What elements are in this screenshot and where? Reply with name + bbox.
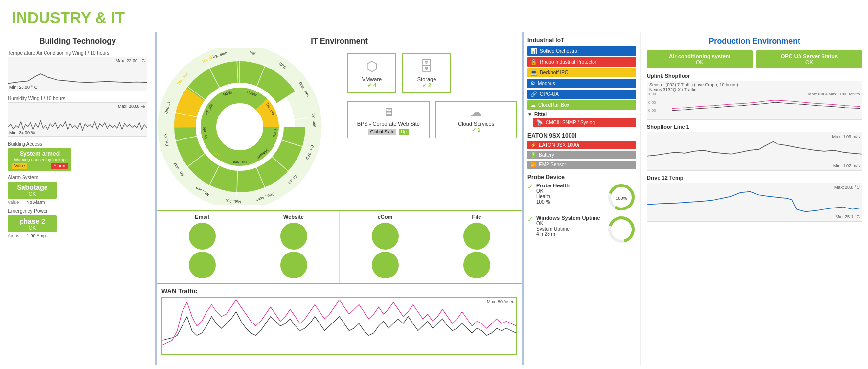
page-title: INDUSTRY & IT (0, 0, 868, 32)
wan-section: WAN Traffic Max: 80 /nsec (157, 284, 522, 358)
prod-air-cond-label: Air conditioning system (653, 53, 747, 59)
iot-item-label-soffico: Soffico Orchestra (540, 48, 577, 54)
eaton-battery-icon: 🔋 (530, 152, 536, 158)
iot-item-cmciii: 📡 CMCIII SNMP / Syslog (533, 118, 636, 127)
emergency-amps-label: Amps (8, 233, 19, 238)
alarm-value-label: Value (8, 200, 19, 205)
service-email: Email (157, 211, 248, 283)
iot-item-cloudrail: ☁ CloudRail.Box (527, 100, 636, 110)
bps-label: BPS - Corporate Web Site (353, 121, 424, 127)
building-access-alarm-label: Alarm (51, 163, 68, 169)
bps-card: 🖥 BPS - Corporate Web Site Global State … (347, 101, 430, 138)
left-panel: Building Technology Temperature Air Cond… (0, 32, 157, 365)
vmware-card: ⬡ VMware ✓ 4 (347, 53, 396, 93)
humidity-chart-box: Max: 38.00 % Min: 34.00 % (8, 102, 147, 137)
service-ecom-circle2 (372, 252, 399, 278)
drive12-chart: Max: 28.8 °C Min: 25.1 °C (647, 183, 862, 222)
vmware-count: ✓ 4 (354, 82, 389, 89)
shopfloor1-title: Shopfloor Line 1 (647, 124, 862, 130)
shopfloor1-min-label: Min: 1.02 m/s (833, 163, 860, 168)
service-website-circle (280, 223, 307, 250)
eaton-emp-icon: 📶 (530, 162, 536, 167)
emergency-status: phase 2 (12, 217, 53, 225)
drive12-section: Drive 12 Temp Max: 28.8 °C Min: 25.1 °C (647, 175, 862, 222)
humidity-chart-section: Humidity Wing I / 10 hours Max: 38.00 % … (8, 96, 147, 137)
uplink-y3: 0.00 (648, 108, 656, 113)
alarm-status-card: Sabotage OK (8, 182, 57, 199)
windows-uptime-sub: System Uptime (536, 226, 600, 231)
humidity-max-label: Max: 38.00 % (118, 104, 145, 109)
windows-uptime-label: Windows System Uptime (536, 215, 600, 221)
iot-panel: Industrial IoT 📊 Soffico Orchestra 🔒 Rhe… (524, 32, 641, 365)
building-access-status: System armed (12, 150, 68, 157)
probe-health-ok: OK (536, 188, 570, 194)
eaton-section: EATON 9SX 1000i ⚡ EATON 9SX 1000i 🔋 Batt… (527, 132, 636, 169)
drive12-title: Drive 12 Temp (647, 175, 862, 181)
service-website-circle2 (280, 252, 307, 278)
cloud-icon: ☁ (441, 105, 512, 119)
svg-text:Bu...stor: Bu...stor (233, 160, 247, 164)
prod-opcua-ok: OK (762, 59, 856, 65)
uplink-y2: 0.50 (648, 100, 656, 105)
probe-health-info: Probe Health OK Health 100 % (536, 183, 570, 205)
probe-section: Probe Device ✓ Probe Health OK Health 10… (527, 174, 636, 244)
storage-icon: 🗄 (409, 58, 444, 74)
service-website: Website (248, 211, 340, 283)
right-panel: Industrial IoT 📊 Soffico Orchestra 🔒 Rhe… (524, 32, 868, 365)
prod-opcua-label: OPC UA Server Status (762, 53, 856, 59)
bps-status-row: Global State Up (353, 128, 424, 135)
drive12-max-label: Max: 28.8 °C (834, 185, 860, 190)
service-email-label: Email (195, 214, 209, 220)
iot-rittal-label: Rittal (534, 112, 547, 117)
windows-uptime-info: Windows System Uptime OK System Uptime 4… (536, 215, 600, 237)
emergency-power-section: Emergency Power phase 2 OK Amps 1.90 Amp… (8, 208, 147, 238)
eaton-item-emp: 📶 EMP Sensor (527, 161, 636, 169)
iot-item-label-cloudrail: CloudRail.Box (538, 102, 569, 108)
drive12-min-label: Min: 25.1 °C (835, 214, 860, 219)
prod-air-cond-card: Air conditioning system OK (647, 50, 753, 68)
alarm-system-section: Alarm System Sabotage OK Value No Alarm (8, 175, 147, 205)
iot-item-icon-cmciii: 📡 (536, 119, 543, 126)
emergency-label: Emergency Power (8, 208, 147, 214)
bps-global-state: Global State (368, 129, 397, 135)
iot-item-label-rhebo: Rhebo Industrial Protector (540, 59, 596, 65)
emergency-status-card: phase 2 OK (8, 215, 57, 232)
service-ecom-label: eCom (378, 214, 393, 220)
donut-area: Sy...stem VM BPS Bus...sles Sy...tem Co.… (157, 48, 343, 210)
iot-item-label-cmciii: CMCIII SNMP / Syslog (546, 120, 595, 125)
alarm-status: Sabotage (12, 184, 53, 191)
prod-opcua-card: OPC UA Server Status OK (756, 50, 862, 68)
iot-rittal-group-header: ▼ Rittal (527, 112, 636, 117)
building-access-values: Value Alarm (12, 163, 68, 169)
main-layout: Building Technology Temperature Air Cond… (0, 32, 868, 365)
eaton-item-battery: 🔋 Battery (527, 151, 636, 159)
production-panel: Production Environment Air conditioning … (641, 32, 868, 365)
temp-chart-box: Max: 22.00 ° C Min: 20.00 ° C (8, 57, 147, 91)
uplink-max-label: Max: 0.084 Max: 0.031 Mbit/s (808, 92, 860, 96)
iot-item-icon-soffico: 📊 (530, 48, 537, 54)
emergency-amps-value: 1.90 Amps (27, 233, 48, 238)
alarm-value: No Alarm (26, 200, 45, 205)
shopfloor1-chart: Max: 1.09 m/s Min: 1.02 m/s (647, 132, 862, 171)
emergency-ok: OK (12, 225, 53, 231)
building-access-sub: Warning caused by lookup (12, 157, 68, 162)
uptime-gauge-svg (607, 215, 636, 244)
eaton-item-label-emp: EMP Sensor (539, 162, 566, 167)
uplink-chart-label2: Nexus 3132Q-X / Traffic (649, 87, 696, 92)
eaton-item-label-battery: Battery (539, 152, 554, 158)
it-top-row: ⬡ VMware ✓ 4 🗄 Storage ✓ 2 (347, 53, 517, 93)
probe-gauge-svg: 100% (607, 183, 636, 212)
eaton-item-label-main: EATON 9SX 1000i (539, 142, 579, 148)
alarm-values: Value No Alarm (8, 200, 147, 205)
eaton-item-main: ⚡ EATON 9SX 1000i (527, 141, 636, 149)
iot-item-icon-opcua: 🔗 (530, 91, 537, 97)
iot-item-icon-modbus: ⚙ (530, 80, 535, 87)
cloud-label: Cloud Services (441, 121, 512, 127)
iot-item-icon-cloudrail: ☁ (530, 102, 536, 108)
windows-uptime-item: ✓ Windows System Uptime OK System Uptime… (527, 215, 636, 244)
shopfloor1-max-label: Max: 1.09 m/s (832, 134, 860, 139)
it-env-title: IT Environment (157, 32, 522, 48)
svg-point-5 (218, 105, 261, 148)
iot-group-expand-icon: ▼ (527, 112, 532, 117)
service-website-label: Website (283, 214, 304, 220)
